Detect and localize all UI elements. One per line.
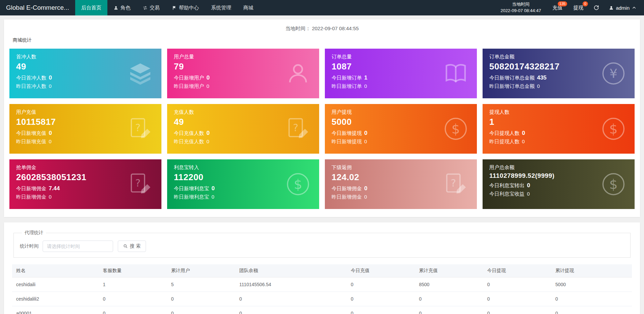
- user-icon: [609, 5, 614, 10]
- card-title: 首冲人数: [16, 54, 155, 60]
- nav-item-label: 交易: [150, 5, 160, 11]
- flag-icon: [172, 5, 177, 10]
- svg-text:$: $: [451, 121, 460, 137]
- nav-item-system[interactable]: 系统管理: [205, 0, 237, 15]
- user-menu[interactable]: admin: [604, 5, 637, 11]
- search-button[interactable]: 搜 索: [118, 241, 146, 252]
- refresh-icon[interactable]: [593, 5, 599, 11]
- nav-menu: 后台首页角色交易帮助中心系统管理商城: [75, 0, 259, 15]
- svg-text:?: ?: [293, 122, 298, 134]
- card-title: 用户提现: [332, 109, 470, 115]
- table-cell: 0: [167, 292, 235, 306]
- layers-icon: [128, 61, 153, 86]
- table-cell: 0: [235, 306, 347, 314]
- svg-text:?: ?: [451, 177, 456, 189]
- stat-card-order-commission: 抢单佣金26028538051231今日新增佣金 7.44昨日新增佣金 0?: [9, 159, 161, 209]
- svg-text:?: ?: [135, 177, 141, 189]
- agent-table-head-row: 姓名客服数量累计用户团队余额今日充值累计充值今日提现累计提现: [12, 264, 632, 277]
- book-icon: [443, 61, 468, 86]
- card-title: 提现人数: [489, 109, 628, 115]
- agent-filter-row: 统计时间 搜 索: [20, 241, 624, 252]
- card-title: 下级返佣: [332, 164, 470, 171]
- stat-card-total-users: 用户总量79今日新增用户 0昨日新增用户 0: [167, 49, 319, 98]
- svg-text:$: $: [609, 177, 617, 192]
- column-header: 今日充值: [347, 264, 415, 277]
- doc-pen-icon: ?: [128, 172, 153, 197]
- chevron-up-icon: [632, 5, 637, 10]
- navbar-local-time-label: 当地时间: [500, 1, 541, 8]
- table-row: a000010000000: [12, 306, 632, 314]
- search-icon: [123, 244, 128, 249]
- agent-stats-box: 代理统计 统计时间 搜 索: [13, 230, 631, 258]
- table-cell: 0: [347, 277, 415, 292]
- nav-item-home[interactable]: 后台首页: [75, 0, 107, 15]
- withdraw-label: 提现: [573, 5, 583, 11]
- column-header: 累计充值: [415, 264, 483, 277]
- table-row: ceshidaili151110145506.540850005000: [12, 277, 632, 292]
- nav-item-roles[interactable]: 角色: [107, 0, 137, 15]
- table-row: ceshidalili20000000: [12, 292, 632, 306]
- withdraw-button[interactable]: 提现 0: [568, 0, 589, 15]
- stat-card-recharge-users: 充值人数49今日充值人数 0昨日充值人数 0?: [167, 104, 319, 154]
- table-cell: 8500: [415, 277, 483, 292]
- app-logo: Global E-Commerce...: [0, 0, 75, 15]
- table-cell: 0: [415, 306, 483, 314]
- table-cell: a00001: [12, 306, 99, 314]
- doc-pen-icon: ?: [128, 116, 153, 141]
- stat-time-input[interactable]: [43, 241, 113, 252]
- stat-card-sub-rebate: 下级返佣124.02今日新增佣金 0昨日新增佣金 0?: [325, 159, 477, 209]
- svg-text:¥: ¥: [609, 66, 617, 81]
- yen-icon: ¥: [601, 61, 626, 86]
- agent-table: 姓名客服数量累计用户团队余额今日充值累计充值今日提现累计提现 ceshidail…: [12, 264, 632, 314]
- nav-item-mall[interactable]: 商城: [237, 0, 259, 15]
- user-icon: [113, 5, 118, 10]
- nav-item-help-center[interactable]: 帮助中心: [166, 0, 205, 15]
- nav-item-label: 帮助中心: [179, 5, 199, 11]
- card-title: 抢单佣金: [16, 164, 155, 171]
- table-cell: ceshidalili2: [12, 292, 99, 306]
- card-title: 充值人数: [174, 109, 312, 115]
- recharge-button[interactable]: 充值 135: [547, 0, 568, 15]
- doc-pen-icon: ?: [443, 172, 468, 197]
- stat-time-label: 统计时间: [20, 243, 39, 249]
- stats-section-title: 商城统计: [13, 37, 635, 43]
- column-header: 姓名: [12, 264, 99, 277]
- nav-item-label: 商城: [243, 5, 253, 11]
- navbar-local-time-value: 2022-09-07 08:44:47: [500, 8, 541, 14]
- table-cell: 0: [347, 292, 415, 306]
- table-cell: 0: [551, 292, 632, 306]
- svg-text:$: $: [294, 177, 302, 192]
- stat-card-total-orders: 订单总量1087今日新增订单 1昨日新增订单 0: [325, 49, 477, 98]
- dollar-icon: $: [601, 172, 626, 197]
- stat-card-user-withdraw: 用户提现5000今日新增提现 0昨日新增提现 0$: [325, 104, 477, 154]
- nav-item-trade[interactable]: 交易: [137, 0, 166, 15]
- stats-cards: 首冲人数49今日首冲人数 0昨日首冲人数 0用户总量79今日新增用户 0昨日新增…: [9, 49, 635, 209]
- agent-stats-legend: 代理统计: [22, 230, 46, 236]
- nav-item-label: 系统管理: [211, 5, 231, 11]
- dollar-icon: $: [443, 116, 468, 141]
- card-title: 订单总金额: [489, 54, 628, 60]
- stat-card-total-order-amount: 订单总金额50820174328217今日新增订单总金额 435昨日新增订单总金…: [483, 49, 635, 98]
- column-header: 今日提现: [483, 264, 551, 277]
- search-button-label: 搜 索: [130, 243, 141, 249]
- card-title: 用户总量: [174, 54, 312, 60]
- table-cell: 0: [483, 292, 551, 306]
- table-cell: 0: [235, 292, 347, 306]
- card-title: 用户总余额: [489, 164, 628, 171]
- card-title: 订单总量: [332, 54, 470, 60]
- column-header: 客服数量: [99, 264, 167, 277]
- table-cell: 0: [551, 306, 632, 314]
- card-title: 利息宝转入: [174, 164, 312, 171]
- table-cell: 5: [167, 277, 235, 292]
- stat-card-first-charge-users: 首冲人数49今日首冲人数 0昨日首冲人数 0: [9, 49, 161, 98]
- stat-card-user-recharge: 用户充值10115817今日新增充值 0昨日新增充值 0?: [9, 104, 161, 154]
- table-cell: 0: [99, 306, 167, 314]
- table-cell: 0: [483, 306, 551, 314]
- user-name: admin: [616, 5, 630, 11]
- table-cell: 1: [99, 277, 167, 292]
- stats-panel: 当地时间： 2022-09-07 08:44:55 商城统计 首冲人数49今日首…: [4, 19, 640, 217]
- column-header: 累计用户: [167, 264, 235, 277]
- table-cell: 5000: [551, 277, 632, 292]
- table-cell: ceshidaili: [12, 277, 99, 292]
- stat-card-withdraw-users: 提现人数1今日提现人数 0昨日提现人数 0$: [483, 104, 635, 154]
